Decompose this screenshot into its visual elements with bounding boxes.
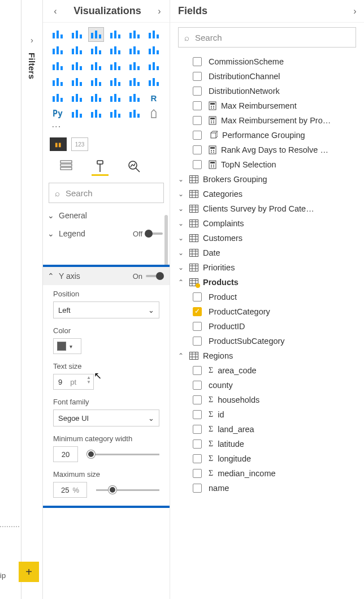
field-checkbox[interactable] [193,101,202,110]
field-checkbox[interactable] [193,381,202,390]
viz-type-blank[interactable] [146,106,162,121]
field-item[interactable]: DistributionChannel [170,69,364,84]
format-search-input[interactable]: ⌕ Search [49,183,164,203]
viz-type-clustered-bar[interactable] [88,27,104,42]
viz-type-clustered-column[interactable] [107,27,123,42]
field-item[interactable]: Product [170,290,364,304]
viz-type-scatter[interactable] [88,59,104,74]
field-item[interactable]: county [170,378,364,393]
field-checkbox[interactable] [193,292,202,301]
viz-type-shape-map[interactable] [88,75,104,89]
field-checkbox[interactable] [193,160,202,169]
viz-type-key-influencers[interactable] [69,106,85,121]
viz-type-stacked-area[interactable] [88,43,104,58]
viz-type-decomposition-tree[interactable] [88,106,104,121]
y-axis-section-header[interactable]: ⌃ Y axis On [43,267,170,285]
viz-type-slicer[interactable] [88,91,104,105]
general-section[interactable]: ⌄ General [43,206,170,225]
field-item[interactable]: Σid [170,407,364,422]
field-item[interactable]: Max Reimbursement [170,98,364,113]
max-size-slider[interactable] [96,489,159,491]
spinner-buttons[interactable]: ▲▼ [86,376,91,385]
field-item[interactable]: Max Reimbursement by ProdC… [170,113,364,128]
filters-pane-collapsed[interactable]: › Filters [21,0,43,599]
max-size-input[interactable]: 25 % [53,482,87,498]
viz-type-matrix[interactable] [127,91,142,105]
field-checkbox[interactable] [193,439,202,449]
viz-type-r[interactable]: R [146,91,162,105]
field-item[interactable]: CommissionScheme [170,54,364,69]
field-item[interactable]: Performance Grouping [170,128,364,143]
expand-filters-icon[interactable]: › [31,35,33,45]
field-checkbox[interactable] [193,145,202,154]
viz-type-area[interactable] [69,43,85,58]
y-axis-toggle[interactable]: On [133,272,163,281]
table-item[interactable]: ⌄Priorities [170,260,364,275]
field-checkbox[interactable] [193,469,202,478]
table-item[interactable]: ⌄Clients Survey by Prod Category [170,201,364,216]
analytics-tab[interactable] [125,160,142,177]
viz-type-qna[interactable] [107,106,123,121]
field-item[interactable]: Σarea_code [170,363,364,378]
fields-pane-collapse-icon[interactable]: › [348,5,362,18]
color-picker[interactable]: ▾ [53,338,81,354]
viz-type-line[interactable] [50,43,66,58]
field-item[interactable]: TopN Selection [170,157,364,172]
viz-type-filled-map[interactable] [69,75,85,89]
field-item[interactable]: ProductCategory [170,304,364,319]
text-size-input[interactable]: 9 pt ▲▼ [53,374,94,390]
table-item[interactable]: ⌄Categories [170,187,364,201]
viz-type-100-stacked-bar[interactable] [127,27,142,42]
field-checkbox[interactable] [193,410,202,419]
fields-well-tab[interactable] [58,160,75,177]
field-checkbox[interactable] [193,366,202,375]
add-page-button[interactable]: + [19,562,39,582]
table-item[interactable]: ⌄Date [170,245,364,260]
viz-type-line-stacked-column[interactable] [107,43,123,58]
viz-pane-prev-icon[interactable]: ‹ [49,5,62,18]
font-family-select[interactable]: Segoe UI ⌄ [53,410,159,426]
legend-section[interactable]: ⌄ Legend Off [43,225,170,240]
field-checkbox[interactable] [193,131,202,140]
field-checkbox[interactable] [193,87,202,96]
legend-toggle[interactable]: Off [133,230,163,238]
field-checkbox[interactable] [193,322,202,331]
fields-search-input[interactable]: ⌕ Search [178,27,356,48]
viz-type-gauge[interactable] [127,75,142,89]
viz-type-azure-map[interactable] [107,75,123,89]
viz-type-py[interactable]: Py [50,106,66,121]
viz-type-treemap[interactable] [146,59,162,74]
viz-type-funnel[interactable] [69,59,85,74]
field-checkbox[interactable] [193,395,202,404]
table-item[interactable]: ⌃Products [170,275,364,290]
format-tab[interactable] [92,160,109,177]
min-category-width-input[interactable]: 20 [53,446,78,462]
field-checkbox[interactable] [193,72,202,81]
field-checkbox[interactable] [193,425,202,434]
position-select[interactable]: Left ⌄ [53,301,159,318]
viz-type-donut[interactable] [127,59,142,74]
field-item[interactable]: Σhouseholds [170,393,364,407]
field-item[interactable]: name [170,481,364,495]
viz-type-paginated[interactable] [127,106,142,121]
selected-visual-thumbnail[interactable]: ▮▮ [50,137,67,151]
viz-type-table[interactable] [107,91,123,105]
field-item[interactable]: DistributionNetwork [170,84,364,98]
field-checkbox[interactable] [193,454,202,463]
viz-type-card[interactable] [146,75,162,89]
viz-type-pie[interactable] [107,59,123,74]
viz-type-multi-row-card[interactable] [50,91,66,105]
field-item[interactable]: ProductID [170,319,364,334]
viz-type-stacked-column[interactable] [69,27,85,42]
field-item[interactable]: Σlongitude [170,451,364,466]
visual-thumbnail[interactable]: 123 [71,137,88,151]
field-item[interactable]: Σland_area [170,422,364,437]
field-checkbox[interactable] [193,57,202,66]
field-checkbox[interactable] [193,337,202,346]
viz-type-waterfall[interactable] [50,59,66,74]
table-item[interactable]: ⌄Brokers Grouping [170,172,364,187]
viz-pane-collapse-icon[interactable]: › [153,5,166,18]
more-visualizations-button[interactable]: ··· [43,121,170,134]
viz-type-map[interactable] [50,75,66,89]
table-item[interactable]: ⌄Customers [170,231,364,245]
